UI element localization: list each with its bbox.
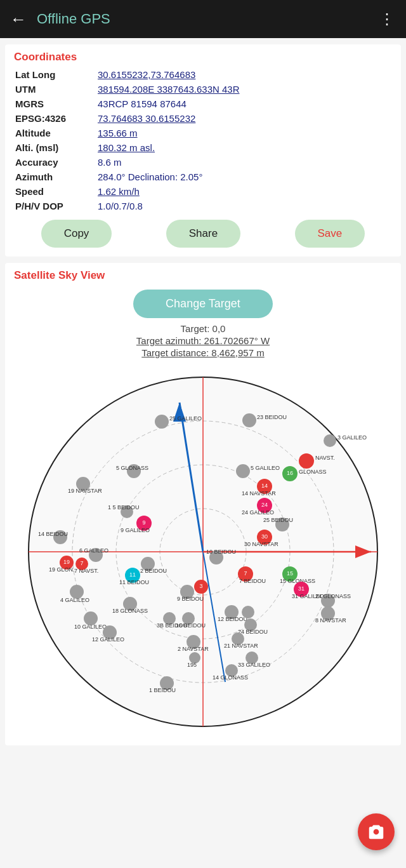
- coord-value[interactable]: 73.764683 30.6155232: [96, 111, 392, 126]
- satellite-title: Satellite Sky View: [14, 269, 392, 282]
- app-title: Offline GPS: [37, 11, 379, 27]
- svg-text:11: 11: [129, 571, 136, 578]
- svg-text:9 BEIDOU: 9 BEIDOU: [177, 596, 204, 602]
- svg-text:16 BEIDOU: 16 BEIDOU: [176, 622, 206, 629]
- svg-text:7: 7: [80, 560, 83, 566]
- svg-text:4 GALILEO: 4 GALILEO: [60, 597, 89, 603]
- svg-text:14: 14: [261, 483, 268, 489]
- target-text: Target: 0,0: [14, 323, 392, 334]
- svg-text:15: 15: [287, 570, 293, 577]
- sky-view: 25 GALILEO 23 BEIDOU 3 GALILEO 13 NAVST.…: [16, 364, 390, 739]
- svg-text:33 GALILEO: 33 GALILEO: [238, 662, 270, 668]
- svg-text:12 GALILEO: 12 GALILEO: [92, 636, 124, 643]
- coord-row: MGRS43RCP 81594 87644: [14, 97, 392, 111]
- coord-label: EPSG:4326: [14, 111, 96, 126]
- sky-view-svg: 25 GALILEO 23 BEIDOU 3 GALILEO 13 NAVST.…: [16, 364, 390, 739]
- svg-point-91: [242, 606, 254, 618]
- more-options-button[interactable]: ⋮: [379, 10, 396, 28]
- svg-text:30: 30: [261, 533, 268, 540]
- svg-text:3: 3: [199, 583, 202, 589]
- coord-label: Speed: [14, 184, 96, 199]
- svg-text:14 BEIDOU: 14 BEIDOU: [38, 531, 68, 537]
- camera-icon: [367, 822, 386, 841]
- camera-fab[interactable]: [358, 813, 395, 850]
- svg-text:7: 7: [244, 570, 247, 577]
- coord-label: Accuracy: [14, 155, 96, 170]
- svg-text:25 BEIDOU: 25 BEIDOU: [263, 517, 293, 523]
- coord-value[interactable]: 135.66 m: [96, 126, 392, 140]
- svg-text:24 GALILEO: 24 GALILEO: [242, 509, 274, 516]
- coord-row: EPSG:432673.764683 30.6155232: [14, 111, 392, 126]
- coord-label: Lat Long: [14, 67, 96, 82]
- svg-text:25 GALILEO: 25 GALILEO: [169, 415, 202, 422]
- svg-point-11: [155, 415, 169, 429]
- coord-label: UTM: [14, 82, 96, 97]
- svg-text:NAVST.: NAVST.: [315, 455, 335, 461]
- svg-text:24 GLONASS: 24 GLONASS: [315, 593, 351, 599]
- svg-point-25: [236, 464, 250, 478]
- svg-text:18 GLONASS: 18 GLONASS: [112, 608, 148, 614]
- svg-text:31: 31: [298, 585, 304, 592]
- svg-text:GLONASS: GLONASS: [299, 469, 327, 475]
- coord-value: 8.6 m: [96, 155, 392, 170]
- svg-text:10 GALILEO: 10 GALILEO: [74, 624, 107, 630]
- svg-text:2 BEIDOU: 2 BEIDOU: [140, 568, 167, 574]
- svg-text:1 BEIDOU: 1 BEIDOU: [149, 687, 176, 693]
- svg-text:9: 9: [142, 519, 145, 526]
- app-header: ← Offline GPS ⋮: [0, 0, 406, 38]
- coordinates-table: Lat Long30.6155232,73.764683UTM381594.20…: [14, 67, 392, 213]
- svg-text:195: 195: [187, 662, 197, 668]
- svg-text:8 NAVSTAR: 8 NAVSTAR: [315, 617, 346, 624]
- coord-row: Alti. (msl)180.32 m asl.: [14, 140, 392, 155]
- coord-value: 43RCP 81594 87644: [96, 97, 392, 111]
- coord-value[interactable]: 381594.208E 3387643.633N 43R: [96, 82, 392, 97]
- svg-point-15: [324, 434, 336, 447]
- svg-point-17: [299, 453, 314, 469]
- svg-text:30 NAVSTAR: 30 NAVSTAR: [244, 541, 278, 547]
- svg-text:7 BEIDOU: 7 BEIDOU: [239, 578, 266, 584]
- coord-label: P/H/V DOP: [14, 199, 96, 213]
- svg-text:5 GLONASS: 5 GLONASS: [116, 465, 148, 471]
- coord-value[interactable]: 180.32 m asl.: [96, 140, 392, 155]
- coordinates-title: Coordinates: [14, 51, 392, 63]
- coord-label: Azimuth: [14, 170, 96, 184]
- svg-text:24 BEIDOU: 24 BEIDOU: [238, 629, 268, 635]
- coord-row: Lat Long30.6155232,73.764683: [14, 67, 392, 82]
- satellite-card: Satellite Sky View Change Target Target:…: [5, 263, 401, 745]
- svg-text:19 GLON.: 19 GLON.: [49, 566, 75, 573]
- back-button[interactable]: ←: [10, 10, 27, 29]
- coord-row: Speed1.62 km/h: [14, 184, 392, 199]
- svg-text:10 BEIDOU: 10 BEIDOU: [206, 549, 236, 555]
- action-buttons-row: Copy Share Save: [14, 213, 392, 250]
- coord-row: Azimuth284.0° Declination: 2.05°: [14, 170, 392, 184]
- svg-text:9 GALILEO: 9 GALILEO: [121, 527, 150, 533]
- svg-text:1  5 BEIDOU: 1 5 BEIDOU: [108, 504, 140, 511]
- svg-text:24: 24: [261, 502, 268, 508]
- svg-point-13: [242, 413, 256, 427]
- coord-value[interactable]: 1.62 km/h: [96, 184, 392, 199]
- coord-label: Altitude: [14, 126, 96, 140]
- copy-button[interactable]: Copy: [41, 220, 112, 248]
- svg-text:12 BEIDOU: 12 BEIDOU: [218, 616, 247, 622]
- svg-text:16: 16: [287, 470, 293, 476]
- share-button[interactable]: Share: [166, 220, 240, 248]
- coord-row: Altitude135.66 m: [14, 126, 392, 140]
- save-button[interactable]: Save: [295, 220, 365, 248]
- svg-text:2 NAVSTAR: 2 NAVSTAR: [178, 646, 209, 652]
- svg-text:19 NAVSTAR: 19 NAVSTAR: [68, 488, 102, 494]
- svg-text:21 NAVSTAR: 21 NAVSTAR: [224, 643, 258, 649]
- coord-row: Accuracy8.6 m: [14, 155, 392, 170]
- svg-text:11 BEIDOU: 11 BEIDOU: [119, 579, 149, 585]
- svg-text:14 NAVSTAR: 14 NAVSTAR: [242, 490, 276, 497]
- coord-label: MGRS: [14, 97, 96, 111]
- coord-value[interactable]: 30.6155232,73.764683: [96, 67, 392, 82]
- change-target-button[interactable]: Change Target: [133, 290, 273, 318]
- svg-text:19: 19: [63, 559, 70, 565]
- coord-value: 1.0/0.7/0.8: [96, 199, 392, 213]
- coord-row: P/H/V DOP1.0/0.7/0.8: [14, 199, 392, 213]
- svg-text:14 GLONASS: 14 GLONASS: [213, 674, 248, 681]
- coord-label: Alti. (msl): [14, 140, 96, 155]
- coord-row: UTM381594.208E 3387643.633N 43R: [14, 82, 392, 97]
- svg-text:6 GALILEO: 6 GALILEO: [79, 547, 108, 554]
- svg-text:5 GALILEO: 5 GALILEO: [251, 465, 280, 471]
